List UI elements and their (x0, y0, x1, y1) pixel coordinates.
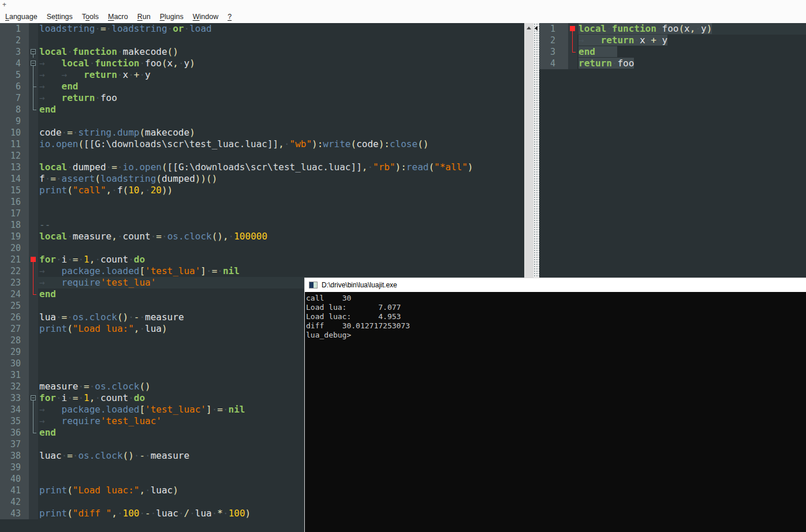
line-number[interactable]: 41 (0, 485, 29, 496)
line-number[interactable]: 3 (0, 46, 29, 58)
line-number[interactable]: 1 (539, 23, 568, 35)
fold-margin[interactable] (29, 335, 38, 346)
menu-item-language[interactable]: Language (1, 11, 42, 23)
fold-margin[interactable] (29, 439, 38, 450)
scroll-up-button[interactable] (524, 23, 533, 32)
line-number[interactable]: 4 (539, 58, 568, 69)
line-number[interactable]: 28 (0, 335, 29, 346)
line-number[interactable]: 39 (0, 462, 29, 473)
line-number[interactable]: 3 (539, 46, 568, 58)
line-number[interactable]: 7 (0, 92, 29, 104)
fold-margin[interactable] (29, 427, 38, 439)
line-number[interactable]: 33 (0, 392, 29, 404)
fold-margin[interactable] (29, 92, 38, 104)
menu-item-macro[interactable]: Macro (103, 11, 133, 23)
fold-margin[interactable] (29, 312, 38, 323)
line-number[interactable]: 32 (0, 381, 29, 392)
fold-margin[interactable] (29, 115, 38, 127)
menu-item-help[interactable]: ? (223, 11, 236, 23)
fold-margin[interactable] (29, 254, 38, 265)
fold-margin[interactable] (29, 127, 38, 138)
fold-margin[interactable] (29, 300, 38, 312)
line-number[interactable]: 20 (0, 242, 29, 254)
menu-item-window[interactable]: Window (188, 11, 223, 23)
fold-margin[interactable] (29, 219, 38, 231)
fold-margin[interactable] (29, 346, 38, 358)
fold-marker[interactable] (31, 49, 36, 54)
console-title-bar[interactable]: D:\drive\bin\lua\luajit.exe (305, 278, 806, 292)
fold-margin[interactable] (29, 392, 38, 404)
menu-item-run[interactable]: Run (133, 11, 155, 23)
fold-marker-active[interactable] (570, 26, 575, 31)
line-number[interactable]: 38 (0, 450, 29, 462)
fold-margin[interactable] (29, 69, 38, 81)
fold-margin[interactable] (29, 35, 38, 46)
line-number[interactable]: 30 (0, 358, 29, 369)
fold-margin[interactable] (568, 35, 577, 46)
line-number[interactable]: 11 (0, 138, 29, 150)
fold-margin[interactable] (29, 462, 38, 473)
line-number[interactable]: 22 (0, 265, 29, 277)
fold-margin[interactable] (29, 289, 38, 300)
line-number[interactable]: 43 (0, 508, 29, 519)
line-number[interactable]: 10 (0, 127, 29, 138)
fold-margin[interactable] (29, 381, 38, 392)
line-number[interactable]: 9 (0, 115, 29, 127)
line-number[interactable]: 13 (0, 162, 29, 173)
fold-margin[interactable] (29, 162, 38, 173)
line-number[interactable]: 4 (0, 58, 29, 69)
line-number[interactable]: 1 (0, 23, 29, 35)
line-number[interactable]: 6 (0, 81, 29, 92)
fold-margin[interactable] (29, 323, 38, 335)
fold-margin[interactable] (29, 450, 38, 462)
line-number[interactable]: 27 (0, 323, 29, 335)
menu-item-tools[interactable]: Tools (77, 11, 103, 23)
fold-margin[interactable] (568, 58, 577, 69)
fold-margin[interactable] (29, 485, 38, 496)
line-number[interactable]: 26 (0, 312, 29, 323)
line-number[interactable]: 29 (0, 346, 29, 358)
line-number[interactable]: 16 (0, 196, 29, 208)
line-number[interactable]: 14 (0, 173, 29, 185)
fold-marker[interactable] (31, 395, 36, 400)
fold-margin[interactable] (29, 277, 38, 289)
line-number[interactable]: 42 (0, 496, 29, 508)
fold-margin[interactable] (29, 173, 38, 185)
fold-margin[interactable] (29, 404, 38, 415)
fold-margin[interactable] (29, 104, 38, 115)
line-number[interactable]: 2 (0, 35, 29, 46)
fold-marker[interactable] (31, 61, 36, 66)
menu-item-plugins[interactable]: Plugins (155, 11, 188, 23)
fold-marker-active[interactable] (31, 257, 36, 262)
fold-margin[interactable] (29, 358, 38, 369)
line-number[interactable]: 35 (0, 415, 29, 427)
fold-margin[interactable] (29, 138, 38, 150)
fold-margin[interactable] (29, 265, 38, 277)
line-number[interactable]: 31 (0, 369, 29, 381)
line-number[interactable]: 19 (0, 231, 29, 242)
line-number[interactable]: 37 (0, 439, 29, 450)
fold-margin[interactable] (29, 208, 38, 219)
fold-margin[interactable] (29, 242, 38, 254)
fold-margin[interactable] (29, 196, 38, 208)
line-number[interactable]: 36 (0, 427, 29, 439)
line-number[interactable]: 12 (0, 150, 29, 162)
fold-margin[interactable] (568, 46, 577, 58)
line-number[interactable]: 5 (0, 69, 29, 81)
fold-margin[interactable] (29, 508, 38, 519)
line-number[interactable]: 34 (0, 404, 29, 415)
line-number[interactable]: 17 (0, 208, 29, 219)
fold-margin[interactable] (29, 496, 38, 508)
fold-margin[interactable] (29, 415, 38, 427)
fold-margin[interactable] (29, 81, 38, 92)
fold-margin[interactable] (29, 23, 38, 35)
fold-margin[interactable] (29, 473, 38, 485)
line-number[interactable]: 21 (0, 254, 29, 265)
line-number[interactable]: 23 (0, 277, 29, 289)
fold-margin[interactable] (29, 46, 38, 58)
fold-margin[interactable] (29, 58, 38, 69)
line-number[interactable]: 2 (539, 35, 568, 46)
console-output[interactable]: call 30Load lua: 7.077Load luac: 4.953di… (305, 292, 806, 532)
line-number[interactable]: 25 (0, 300, 29, 312)
fold-margin[interactable] (568, 23, 577, 35)
